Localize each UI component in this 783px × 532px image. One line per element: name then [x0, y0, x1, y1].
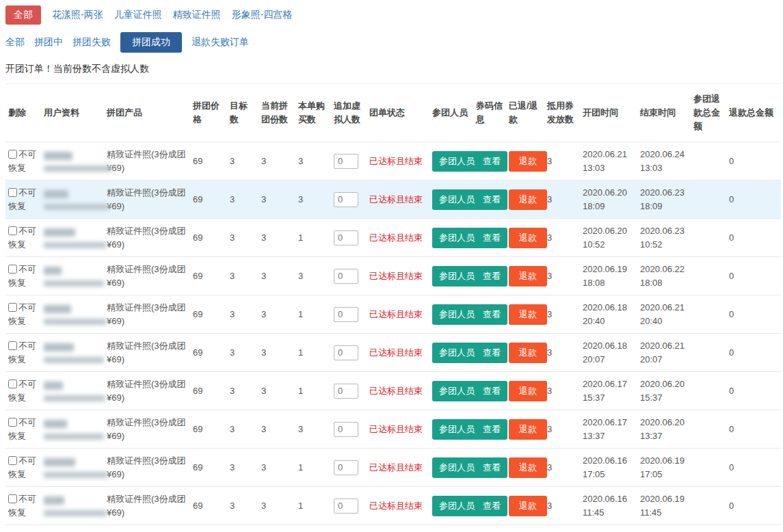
delete-label[interactable]: 不可恢复	[8, 379, 36, 403]
delete-checkbox[interactable]	[8, 265, 17, 274]
target-count-cell: 3	[227, 334, 258, 372]
virtual-count-cell	[331, 372, 367, 410]
end-time-cell: 2020.06.19 17:05	[637, 449, 691, 487]
virtual-count-input[interactable]	[334, 154, 358, 169]
refund-button[interactable]: 退款	[509, 419, 547, 440]
price-cell: 69	[190, 219, 227, 257]
virtual-count-input[interactable]	[334, 460, 358, 475]
delete-label[interactable]: 不可恢复	[8, 187, 36, 211]
virtual-count-input[interactable]	[334, 269, 358, 284]
virtual-count-input[interactable]	[334, 345, 358, 360]
participants-button[interactable]: 参团人员	[432, 343, 481, 363]
refund-button[interactable]: 退款	[509, 343, 547, 363]
participants-cell: 参团人员	[429, 257, 473, 295]
participants-button[interactable]: 参团人员	[432, 457, 481, 478]
virtual-count-input[interactable]	[334, 230, 358, 245]
virtual-count-input[interactable]	[334, 422, 358, 437]
virtual-count-input[interactable]	[334, 384, 358, 399]
delete-checkbox[interactable]	[8, 303, 17, 312]
refund-cell: 退款	[506, 295, 544, 334]
order-status-text: 已达标且结束	[369, 386, 423, 396]
delete-checkbox[interactable]	[8, 188, 17, 197]
user-name-redacted	[44, 190, 68, 198]
delete-label[interactable]: 不可恢复	[8, 226, 36, 250]
price-cell: 69	[190, 372, 227, 410]
view-coupon-button[interactable]: 查看	[476, 189, 507, 210]
refund-button[interactable]: 退款	[509, 457, 547, 478]
participants-button[interactable]: 参团人员	[432, 189, 481, 210]
user-name-redacted	[44, 496, 64, 505]
virtual-count-cell	[331, 219, 367, 257]
category-tab-2[interactable]: 儿童证件照	[114, 9, 162, 21]
delete-cell: 不可恢复	[5, 142, 41, 181]
buy-count-cell: 3	[295, 257, 331, 295]
delete-checkbox[interactable]	[8, 494, 17, 503]
start-time-cell: 2020.06.16 11:45	[580, 487, 637, 525]
status-tab-1[interactable]: 全部	[5, 36, 25, 49]
delete-checkbox[interactable]	[8, 456, 17, 465]
user-name-redacted	[44, 420, 67, 428]
participants-button[interactable]: 参团人员	[432, 381, 481, 401]
refund-button[interactable]: 退款	[509, 228, 547, 248]
category-tab-1[interactable]: 花漾照-两张	[52, 9, 103, 21]
participants-button[interactable]: 参团人员	[432, 419, 481, 440]
delete-label[interactable]: 不可恢复	[8, 264, 36, 288]
view-coupon-button[interactable]: 查看	[476, 304, 507, 325]
delete-cell: 不可恢复	[5, 295, 41, 334]
delete-checkbox[interactable]	[8, 226, 17, 235]
delete-label[interactable]: 不可恢复	[8, 455, 36, 479]
buy-count-cell: 1	[295, 372, 331, 410]
virtual-count-input[interactable]	[334, 498, 358, 514]
refund-button[interactable]: 退款	[509, 381, 547, 401]
delete-label[interactable]: 不可恢复	[8, 494, 36, 518]
view-coupon-button[interactable]: 查看	[476, 151, 507, 172]
delete-checkbox[interactable]	[8, 150, 17, 159]
status-tab-2[interactable]: 拼团中	[34, 36, 63, 49]
current-count-cell: 3	[258, 410, 295, 449]
virtual-count-input[interactable]	[334, 192, 358, 207]
buy-count-cell: 1	[295, 487, 331, 525]
category-tab-3[interactable]: 精致证件照	[173, 9, 221, 21]
category-tab-4[interactable]: 形象照-四宫格	[232, 9, 293, 21]
view-coupon-button[interactable]: 查看	[476, 457, 507, 478]
user-info-cell	[41, 334, 104, 372]
delete-label[interactable]: 不可恢复	[8, 341, 36, 364]
delete-checkbox[interactable]	[8, 380, 17, 388]
delete-label[interactable]: 不可恢复	[8, 302, 36, 326]
delete-label[interactable]: 不可恢复	[8, 149, 36, 173]
status-tab-3[interactable]: 拼团失败	[72, 36, 111, 49]
view-coupon-button[interactable]: 查看	[476, 419, 507, 440]
participants-button[interactable]: 参团人员	[432, 228, 481, 248]
view-coupon-button[interactable]: 查看	[476, 228, 507, 248]
view-coupon-button[interactable]: 查看	[476, 266, 507, 287]
participants-button[interactable]: 参团人员	[432, 266, 481, 287]
view-coupon-button[interactable]: 查看	[476, 343, 507, 363]
virtual-count-cell	[331, 181, 367, 219]
current-count-cell: 3	[258, 257, 295, 295]
refund-button[interactable]: 退款	[509, 189, 547, 210]
refund-button[interactable]: 退款	[509, 151, 547, 172]
view-coupon-button[interactable]: 查看	[476, 381, 507, 401]
delete-checkbox[interactable]	[8, 418, 17, 427]
refund-total-cell: 0	[726, 219, 781, 257]
refund-button[interactable]: 退款	[509, 496, 547, 516]
status-tab-active[interactable]: 拼团成功	[120, 32, 182, 53]
virtual-count-cell	[331, 334, 367, 372]
refund-cell: 退款	[506, 410, 544, 449]
participants-button[interactable]: 参团人员	[432, 151, 481, 172]
participants-button[interactable]: 参团人员	[432, 496, 481, 516]
orders-table: 删除用户资料拼团产品拼团价格目标数当前拼团份数本单购买数追加虚拟人数团单状态参团…	[5, 83, 781, 525]
view-coupon-button[interactable]: 查看	[476, 496, 507, 516]
status-tab-after-1[interactable]: 退款失败订单	[191, 36, 249, 49]
participants-button[interactable]: 参团人员	[432, 304, 481, 325]
refund-button[interactable]: 退款	[509, 266, 547, 287]
category-tab-active[interactable]: 全部	[5, 5, 41, 25]
participant-refund-total-cell	[691, 181, 726, 219]
delete-checkbox[interactable]	[8, 341, 17, 350]
order-status-cell: 已达标且结束	[367, 449, 429, 487]
virtual-count-input[interactable]	[334, 307, 358, 322]
order-status-cell: 已达标且结束	[367, 295, 429, 334]
delete-label[interactable]: 不可恢复	[8, 417, 36, 441]
product-cell: 精致证件照(3份成团 ¥69)	[104, 487, 190, 525]
refund-button[interactable]: 退款	[509, 304, 547, 325]
